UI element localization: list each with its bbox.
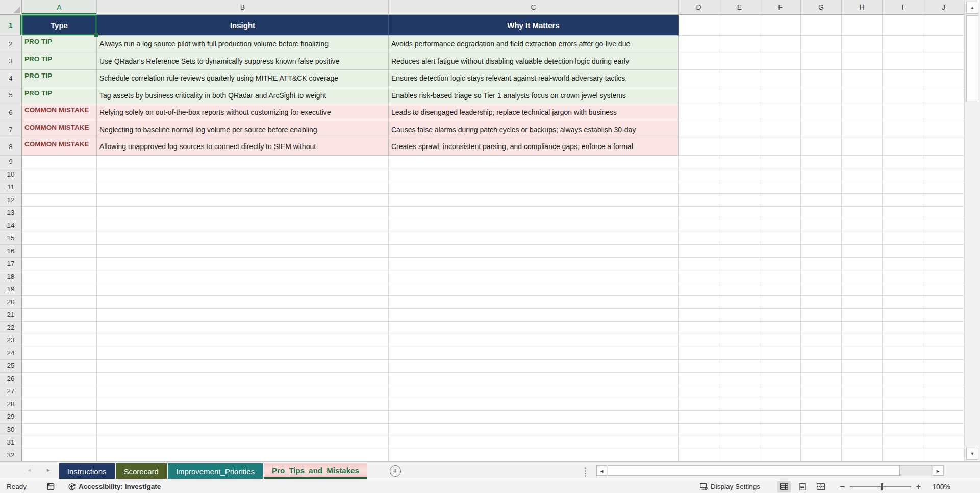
cell-E17[interactable] — [719, 258, 760, 270]
cell-F29[interactable] — [760, 411, 801, 424]
cell-D8[interactable] — [679, 138, 719, 156]
vertical-scrollbar[interactable]: ▲ ▼ — [964, 0, 980, 461]
cell-I5[interactable] — [883, 87, 923, 105]
cell-C3[interactable]: Reduces alert fatigue without disabling … — [389, 53, 679, 70]
cell-E28[interactable] — [719, 398, 760, 411]
cell-H24[interactable] — [842, 347, 883, 360]
row-header-20[interactable]: 20 — [0, 296, 22, 309]
cell-E11[interactable] — [719, 181, 760, 194]
view-page-break-button[interactable] — [814, 481, 827, 492]
cell-C27[interactable] — [389, 385, 679, 398]
cell-H22[interactable] — [842, 322, 883, 334]
row-header-27[interactable]: 27 — [0, 385, 22, 398]
cell-G26[interactable] — [801, 373, 842, 385]
cell-A32[interactable] — [22, 449, 97, 462]
cell-I29[interactable] — [883, 411, 923, 424]
cell-B15[interactable] — [97, 232, 389, 245]
cell-J14[interactable] — [923, 219, 964, 232]
cell-A5[interactable]: PRO TIP — [22, 87, 97, 105]
cell-A13[interactable] — [22, 207, 97, 219]
row-header-14[interactable]: 14 — [0, 219, 22, 232]
cell-J2[interactable] — [923, 36, 964, 53]
zoom-out-button[interactable]: − — [840, 482, 845, 492]
cell-G11[interactable] — [801, 181, 842, 194]
scroll-up-button[interactable]: ▲ — [966, 2, 978, 14]
cell-D2[interactable] — [679, 36, 719, 53]
cell-A28[interactable] — [22, 398, 97, 411]
cell-F26[interactable] — [760, 373, 801, 385]
cell-D9[interactable] — [679, 156, 719, 168]
cell-J32[interactable] — [923, 449, 964, 462]
cell-H18[interactable] — [842, 270, 883, 283]
cell-E2[interactable] — [719, 36, 760, 53]
cell-J8[interactable] — [923, 138, 964, 156]
cell-H23[interactable] — [842, 334, 883, 347]
cell-E27[interactable] — [719, 385, 760, 398]
cell-D6[interactable] — [679, 104, 719, 121]
cell-G13[interactable] — [801, 207, 842, 219]
cell-I28[interactable] — [883, 398, 923, 411]
column-header-G[interactable]: G — [801, 0, 842, 15]
row-header-31[interactable]: 31 — [0, 436, 22, 449]
cell-G19[interactable] — [801, 283, 842, 296]
cell-G12[interactable] — [801, 194, 842, 207]
cell-A8[interactable]: COMMON MISTAKE — [22, 138, 97, 156]
cell-H5[interactable] — [842, 87, 883, 105]
cell-F15[interactable] — [760, 232, 801, 245]
cell-B22[interactable] — [97, 322, 389, 334]
column-header-B[interactable]: B — [97, 0, 389, 15]
sheet-tab-improvement_priorities[interactable]: Improvement_Priorities — [168, 463, 263, 479]
cell-H6[interactable] — [842, 104, 883, 121]
zoom-slider[interactable] — [850, 483, 911, 490]
cell-E23[interactable] — [719, 334, 760, 347]
cell-I6[interactable] — [883, 104, 923, 121]
cell-I17[interactable] — [883, 258, 923, 270]
cell-E31[interactable] — [719, 436, 760, 449]
row-header-4[interactable]: 4 — [0, 70, 22, 87]
cell-D5[interactable] — [679, 87, 719, 105]
cell-A4[interactable]: PRO TIP — [22, 70, 97, 87]
cell-J6[interactable] — [923, 104, 964, 121]
cell-C7[interactable]: Causes false alarms during patch cycles … — [389, 121, 679, 139]
cell-B28[interactable] — [97, 398, 389, 411]
cell-G5[interactable] — [801, 87, 842, 105]
cell-J25[interactable] — [923, 360, 964, 373]
cell-I25[interactable] — [883, 360, 923, 373]
cell-G4[interactable] — [801, 70, 842, 87]
cell-D10[interactable] — [679, 168, 719, 181]
display-settings-button[interactable]: Display Settings — [699, 483, 760, 490]
cell-E1[interactable] — [719, 15, 760, 36]
cell-C29[interactable] — [389, 411, 679, 424]
cell-H19[interactable] — [842, 283, 883, 296]
cell-J12[interactable] — [923, 194, 964, 207]
cell-C31[interactable] — [389, 436, 679, 449]
cell-F20[interactable] — [760, 296, 801, 309]
cell-I16[interactable] — [883, 245, 923, 258]
cell-A20[interactable] — [22, 296, 97, 309]
cell-C12[interactable] — [389, 194, 679, 207]
cell-E30[interactable] — [719, 424, 760, 436]
cell-J11[interactable] — [923, 181, 964, 194]
cell-B14[interactable] — [97, 219, 389, 232]
cell-A24[interactable] — [22, 347, 97, 360]
cell-D28[interactable] — [679, 398, 719, 411]
cell-J4[interactable] — [923, 70, 964, 87]
cell-H13[interactable] — [842, 207, 883, 219]
cell-F2[interactable] — [760, 36, 801, 53]
cell-C14[interactable] — [389, 219, 679, 232]
cell-C13[interactable] — [389, 207, 679, 219]
cell-B29[interactable] — [97, 411, 389, 424]
cell-B9[interactable] — [97, 156, 389, 168]
cell-J20[interactable] — [923, 296, 964, 309]
cell-D13[interactable] — [679, 207, 719, 219]
cell-C6[interactable]: Leads to disengaged leadership; replace … — [389, 104, 679, 121]
cell-D1[interactable] — [679, 15, 719, 36]
cell-H2[interactable] — [842, 36, 883, 53]
cell-E14[interactable] — [719, 219, 760, 232]
add-sheet-button[interactable]: + — [390, 465, 401, 477]
cell-J21[interactable] — [923, 309, 964, 322]
cell-I26[interactable] — [883, 373, 923, 385]
cell-D19[interactable] — [679, 283, 719, 296]
cell-B6[interactable]: Relying solely on out-of-the-box reports… — [97, 104, 389, 121]
view-normal-button[interactable] — [777, 481, 791, 492]
